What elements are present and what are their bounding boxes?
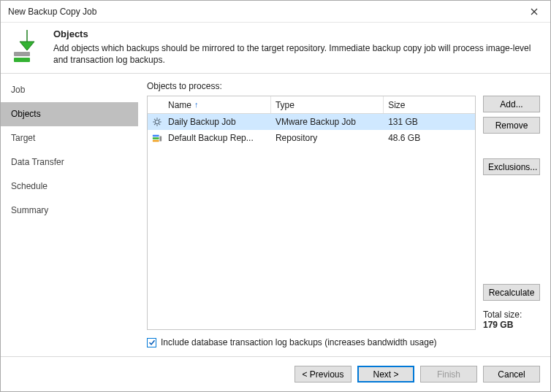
recalculate-button[interactable]: Recalculate — [483, 284, 540, 301]
table-row[interactable]: Daily Backup Job VMware Backup Job 131 G… — [148, 114, 475, 130]
svg-line-8 — [159, 124, 160, 125]
header-description: Add objects which backups should be mirr… — [53, 42, 542, 66]
remove-button[interactable]: Remove — [483, 117, 540, 134]
header-title: Objects — [53, 28, 542, 39]
side-button-column: Add... Remove Exclusions... Recalculate … — [483, 96, 540, 330]
svg-rect-11 — [153, 135, 159, 137]
column-header-size[interactable]: Size — [384, 96, 475, 113]
header-panel: Objects Add objects which backups should… — [1, 23, 550, 73]
nav-item-job[interactable]: Job — [1, 78, 138, 102]
include-tlog-row[interactable]: Include database transaction log backups… — [147, 330, 540, 356]
previous-button[interactable]: < Previous — [294, 366, 352, 383]
cancel-button[interactable]: Cancel — [483, 366, 540, 383]
exclusions-button[interactable]: Exclusions... — [483, 158, 540, 175]
close-button[interactable] — [517, 1, 550, 23]
cell-type: Repository — [271, 133, 384, 143]
svg-line-9 — [159, 119, 160, 120]
title-bar: New Backup Copy Job — [1, 1, 550, 23]
nav-item-data-transfer[interactable]: Data Transfer — [1, 150, 138, 174]
svg-rect-14 — [160, 137, 162, 142]
nav-item-objects[interactable]: Objects — [1, 102, 138, 126]
include-tlog-checkbox[interactable] — [147, 338, 156, 347]
svg-rect-13 — [153, 140, 159, 142]
svg-rect-1 — [14, 58, 30, 62]
svg-line-7 — [154, 119, 155, 120]
gear-icon — [148, 117, 164, 127]
add-button[interactable]: Add... — [483, 96, 540, 112]
total-size-label: Total size: — [483, 310, 540, 320]
repository-icon — [148, 133, 164, 143]
column-header-type[interactable]: Type — [271, 96, 384, 113]
window-title: New Backup Copy Job — [8, 7, 517, 17]
next-button[interactable]: Next > — [357, 366, 414, 383]
nav-item-target[interactable]: Target — [1, 126, 138, 150]
svg-point-2 — [155, 120, 159, 125]
nav-item-schedule[interactable]: Schedule — [1, 174, 138, 199]
column-header-name[interactable]: Name ↑ — [164, 96, 271, 113]
svg-rect-12 — [153, 138, 159, 140]
nav-item-summary[interactable]: Summary — [1, 199, 138, 223]
finish-button[interactable]: Finish — [420, 366, 477, 383]
cell-name: Daily Backup Job — [164, 117, 271, 127]
objects-list-label: Objects to process: — [147, 81, 540, 91]
objects-table: Name ↑ Type Size Daily Backup Job VMware… — [147, 96, 476, 330]
table-row[interactable]: Default Backup Rep... Repository 48.6 GB — [148, 130, 475, 146]
sort-asc-icon: ↑ — [194, 101, 199, 109]
wizard-icon — [10, 28, 45, 64]
wizard-footer: < Previous Next > Finish Cancel — [1, 356, 550, 391]
total-size-value: 179 GB — [483, 320, 540, 330]
svg-rect-0 — [14, 52, 30, 56]
cell-type: VMware Backup Job — [271, 117, 384, 127]
total-size: Total size: 179 GB — [483, 305, 540, 330]
table-header: Name ↑ Type Size — [148, 96, 475, 114]
checkmark-icon — [148, 339, 156, 346]
wizard-nav: Job Objects Target Data Transfer Schedul… — [1, 73, 138, 356]
cell-size: 131 GB — [384, 117, 475, 127]
cell-size: 48.6 GB — [384, 133, 475, 143]
close-icon — [531, 8, 538, 15]
include-tlog-label: Include database transaction log backups… — [161, 337, 437, 347]
svg-line-10 — [154, 124, 155, 125]
cell-name: Default Backup Rep... — [164, 133, 271, 143]
